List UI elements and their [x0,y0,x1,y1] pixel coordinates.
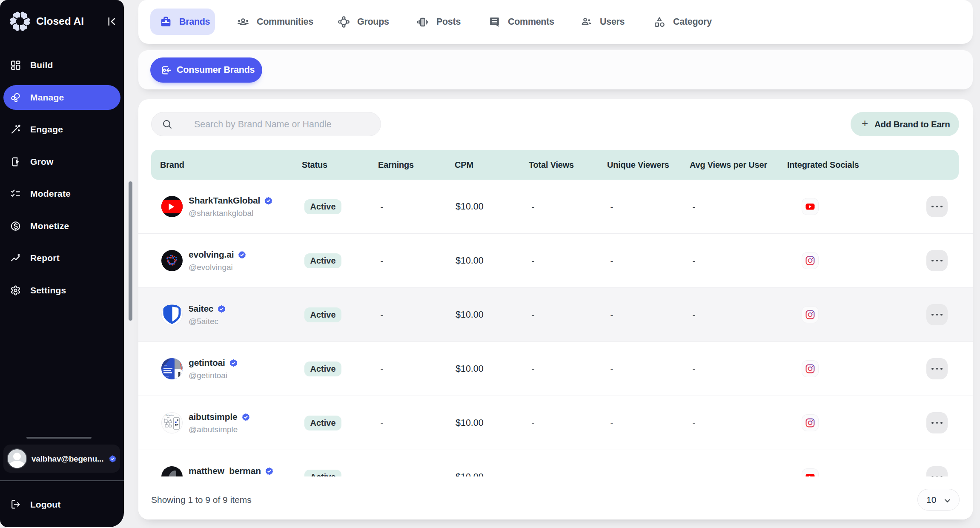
svg-text:Behaviour: Behaviour [166,414,175,416]
